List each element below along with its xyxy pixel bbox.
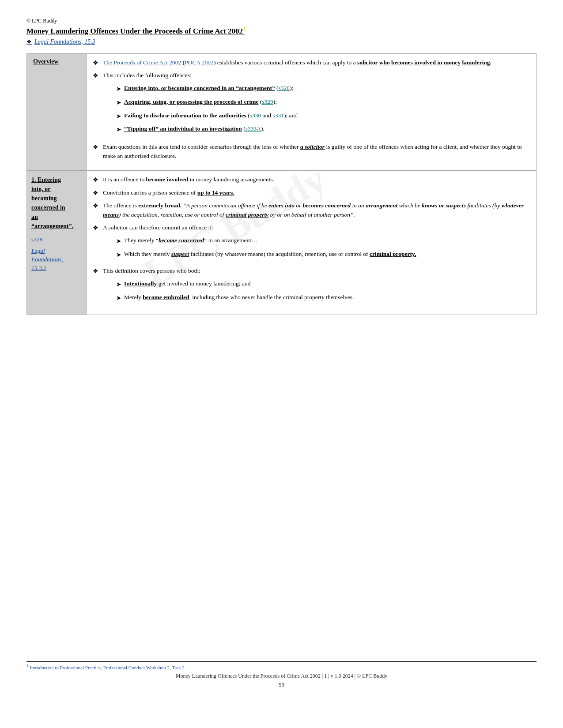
overview-arrow-4: ➤ “Tipping off” an individual to an inve… — [116, 124, 530, 135]
s331-link[interactable]: s331 — [272, 112, 284, 119]
s2-bullet-3-content: The offence is extremely broad. “A perso… — [103, 201, 530, 220]
s2-arrow-2: ➤ Which they merely suspect facilitates … — [116, 250, 530, 260]
section2-row: 1. Enteringinto, orbecomingconcerned ina… — [27, 170, 537, 315]
overview-arrow-4-content: “Tipping off” an individual to an invest… — [124, 124, 530, 133]
s2-arrow-3-content: Intentionally get involved in money laun… — [124, 279, 530, 288]
a-solicitor-text: a solicitor — [300, 143, 325, 150]
overview-arrow-1-content: Entering into, or becoming concerned in … — [124, 84, 530, 93]
footnote-link[interactable]: Introduction to Professional Practice, P… — [30, 665, 185, 670]
s2-arrow-sym-4: ➤ — [116, 293, 121, 303]
s2-bullet-4: ❖ A solicitor can therefore commit an of… — [93, 223, 530, 263]
s2-arrow-4-content: Merely become embroiled, including those… — [124, 293, 530, 302]
s2-arrow-sym-3: ➤ — [116, 280, 121, 289]
become-concerned-link-text: become concerned — [159, 237, 204, 244]
arrow-sym-4: ➤ — [116, 125, 121, 135]
s2-bullet-2: ❖ Conviction carries a prison sentence o… — [93, 188, 530, 198]
footer: 1 Introduction to Professional Practice,… — [26, 661, 537, 688]
copyright: © LPC Buddy — [26, 18, 537, 24]
subtitle-link[interactable]: Legal Foundations, 15.3 — [26, 38, 537, 45]
poca-link[interactable]: The Proceeds of Crime Act 2002 — [103, 59, 181, 66]
s2-arrow-sym-1: ➤ — [116, 236, 121, 246]
s2-bullet-2-content: Conviction carries a prison sentence of … — [103, 188, 530, 198]
arrow-sym-3: ➤ — [116, 112, 121, 121]
s2-bullet-5-content: This definition covers persons who both:… — [103, 266, 530, 306]
section2-left-cell: 1. Enteringinto, orbecomingconcerned ina… — [27, 170, 87, 315]
overview-arrow-3: ➤ Failing to disclose information to the… — [116, 111, 530, 121]
s2-diamond-5: ❖ — [93, 266, 98, 276]
title-superscript: 1 — [243, 26, 246, 31]
overview-bullet-1-content: The Proceeds of Crime Act 2002 (POCA 200… — [103, 58, 530, 68]
enters-into-text: enters into — [268, 202, 295, 209]
footnote-number: 1 — [26, 664, 29, 668]
s2-arrow-4: ➤ Merely become embroiled, including tho… — [116, 293, 530, 303]
overview-row: Overview ❖ The Proceeds of Crime Act 200… — [27, 53, 537, 170]
overview-bullet-3-content: Exam questions in this area tend to cons… — [103, 143, 530, 161]
section2-title: 1. Enteringinto, orbecomingconcerned ina… — [31, 175, 82, 231]
s2-arrow-sym-2: ➤ — [116, 250, 121, 260]
s2-bullet-1-content: It is an offence to become involved in m… — [103, 175, 530, 184]
s329-link[interactable]: s329 — [262, 98, 273, 105]
prison-sentence-text: up to 14 years. — [197, 189, 234, 196]
becomes-concerned-text: becomes concerned — [303, 202, 351, 209]
footnote: 1 Introduction to Professional Practice,… — [26, 664, 537, 670]
main-title: Money Laundering Offences Under the Proc… — [26, 26, 537, 36]
arrangement-text: arrangement — [366, 202, 397, 209]
page-number: 99 — [26, 681, 537, 688]
s328-link[interactable]: s328 — [279, 85, 290, 91]
bullet-diamond-1: ❖ — [93, 58, 98, 68]
s2-bullet-4-content: A solicitor can therefore commit an offe… — [103, 223, 530, 263]
overview-left-cell: Overview — [27, 53, 87, 170]
solicitor-involved-text: solicitor who becomes involved in money … — [357, 59, 491, 66]
criminal-property-text: criminal property — [226, 211, 268, 218]
arrow-sym-2: ➤ — [116, 98, 121, 108]
s328-left-link[interactable]: s328 — [31, 236, 82, 243]
overview-bullet-1: ❖ The Proceeds of Crime Act 2002 (POCA 2… — [93, 58, 530, 68]
overview-arrow-2-content: Acquiring, using, or possessing the proc… — [124, 98, 530, 106]
s2-diamond-4: ❖ — [93, 223, 98, 233]
legal-foundations-link[interactable]: LegalFoundations,15.3.2 — [31, 247, 82, 273]
footer-text: Money Laundering Offences Under the Proc… — [26, 673, 537, 679]
overview-right-cell: ❖ The Proceeds of Crime Act 2002 (POCA 2… — [87, 53, 537, 170]
overview-bullet-2: ❖ This includes the following offences: … — [93, 71, 530, 138]
s330-link[interactable]: s330 — [250, 112, 261, 119]
knows-suspects-text: knows or suspects — [422, 202, 466, 209]
become-involved-text: become involved — [146, 176, 189, 183]
overview-arrow-2: ➤ Acquiring, using, or possessing the pr… — [116, 98, 530, 108]
overview-table: Overview ❖ The Proceeds of Crime Act 200… — [26, 53, 537, 170]
overview-bullet-2-content: This includes the following offences: ➤ … — [103, 71, 530, 138]
s2-arrow-1: ➤ They merely “become concerned” in an a… — [116, 236, 530, 246]
overview-arrow-1: ➤ Entering into, or becoming concerned i… — [116, 84, 530, 94]
become-embroiled-text: become embroiled — [143, 294, 189, 300]
overview-bullet-3: ❖ Exam questions in this area tend to co… — [93, 143, 530, 161]
s2-bullet-1: ❖ It is an offence to become involved in… — [93, 175, 530, 185]
arrow-sym-1: ➤ — [116, 84, 121, 94]
s2-arrow-2-content: Which they merely suspect facilitates (b… — [124, 250, 530, 259]
s2-arrow-1-content: They merely “become concerned” in an arr… — [124, 236, 530, 245]
poca2002-link[interactable]: POCA 2002 — [185, 59, 214, 66]
section2-right-cell: ❖ It is an offence to become involved in… — [87, 170, 537, 315]
criminal-property-2-text: criminal property. — [370, 251, 416, 257]
s2-arrow-3: ➤ Intentionally get involved in money la… — [116, 279, 530, 289]
s2-diamond-2: ❖ — [93, 188, 98, 198]
section2-table: 1. Enteringinto, orbecomingconcerned ina… — [26, 170, 537, 315]
s2-diamond-1: ❖ — [93, 175, 98, 185]
intentionally-text: Intentionally — [124, 280, 157, 287]
bullet-diamond-3: ❖ — [93, 143, 98, 152]
s2-bullet-3: ❖ The offence is extremely broad. “A per… — [93, 201, 530, 220]
subtitle-link-anchor[interactable]: Legal Foundations, 15.3 — [34, 38, 95, 45]
s2-diamond-3: ❖ — [93, 201, 98, 211]
suspect-text: suspect — [171, 251, 189, 257]
bullet-diamond-2: ❖ — [93, 71, 98, 81]
s333a-link[interactable]: s333A — [246, 125, 261, 132]
overview-arrow-3-content: Failing to disclose information to the a… — [124, 111, 530, 120]
extremely-broad-text: extremely broad. — [138, 202, 181, 209]
s2-bullet-5: ❖ This definition covers persons who bot… — [93, 266, 530, 306]
